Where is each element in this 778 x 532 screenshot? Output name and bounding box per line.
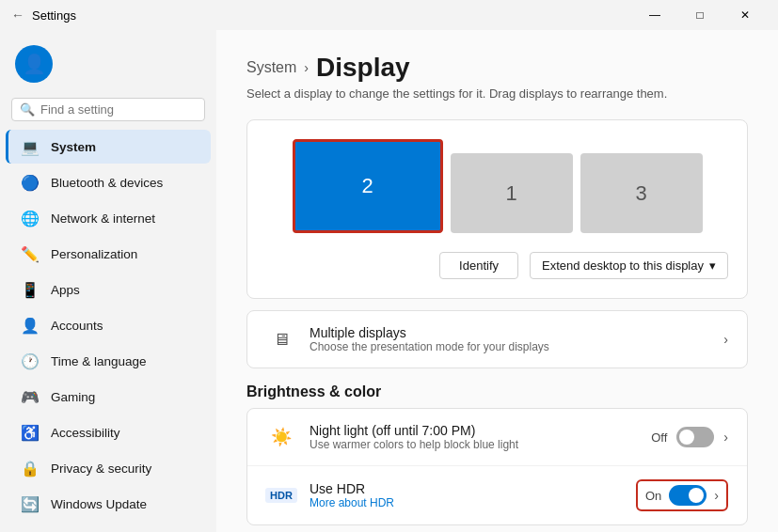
extend-dropdown-button[interactable]: Extend desktop to this display ▾ — [530, 252, 728, 279]
night-light-subtitle: Use warmer colors to help block blue lig… — [310, 438, 518, 451]
search-input[interactable] — [40, 102, 197, 117]
extend-dropdown-label: Extend desktop to this display — [542, 258, 704, 273]
sidebar-label-bluetooth: Bluetooth & devices — [51, 176, 163, 190]
sidebar-item-apps[interactable]: 📱 Apps — [6, 273, 211, 306]
hdr-toggle-container: On › — [636, 479, 728, 511]
personalization-icon: ✏️ — [21, 244, 40, 263]
breadcrumb: System › Display — [246, 53, 748, 83]
minimize-button[interactable]: — — [633, 0, 676, 30]
sidebar-item-gaming[interactable]: 🎮 Gaming — [6, 380, 211, 414]
multiple-displays-row[interactable]: 🖥 Multiple displays Choose the presentat… — [247, 311, 747, 368]
night-light-toggle[interactable] — [676, 427, 714, 447]
close-button[interactable]: ✕ — [723, 0, 767, 30]
monitor-2[interactable]: 2 — [293, 139, 443, 233]
sidebar: 👤 🔍 💻 System 🔵 Bluetooth & devices 🌐 Net… — [0, 30, 216, 532]
multiple-displays-icon: 🖥 — [266, 324, 296, 354]
accessibility-icon: ♿ — [21, 423, 40, 442]
titlebar: ← Settings — □ ✕ — [0, 0, 778, 30]
display-preview-card: 2 1 3 Identify Extend desktop to this di… — [246, 119, 748, 299]
monitor-3-label: 3 — [635, 181, 646, 206]
hdr-subtitle-link[interactable]: More about HDR — [310, 496, 394, 509]
hdr-row: HDR Use HDR More about HDR On › — [247, 466, 747, 524]
search-icon: 🔍 — [20, 102, 35, 117]
user-section: 👤 — [0, 38, 216, 98]
sidebar-label-personalization: Personalization — [51, 247, 137, 261]
multiple-displays-chevron: › — [723, 332, 728, 347]
sidebar-label-update: Windows Update — [51, 497, 147, 511]
night-light-chevron: › — [723, 430, 728, 445]
network-icon: 🌐 — [21, 209, 40, 227]
hdr-badge: HDR — [265, 488, 297, 503]
sidebar-item-time[interactable]: 🕐 Time & language — [6, 344, 211, 378]
avatar: 👤 — [15, 45, 53, 83]
apps-icon: 📱 — [21, 280, 40, 299]
sidebar-item-system[interactable]: 💻 System — [6, 130, 211, 164]
sidebar-label-network: Network & internet — [51, 211, 155, 226]
sidebar-item-privacy[interactable]: 🔒 Privacy & security — [6, 451, 211, 485]
maximize-button[interactable]: □ — [678, 0, 722, 30]
sidebar-label-privacy: Privacy & security — [51, 462, 151, 476]
app-title: Settings — [32, 8, 76, 23]
sidebar-label-time: Time & language — [51, 354, 147, 368]
breadcrumb-parent: System — [246, 59, 296, 76]
hdr-chevron: › — [714, 488, 719, 503]
search-box[interactable]: 🔍 — [11, 98, 205, 121]
bluetooth-icon: 🔵 — [21, 173, 40, 192]
sidebar-label-apps: Apps — [51, 283, 80, 297]
update-icon: 🔄 — [21, 494, 40, 513]
hdr-badge-icon: HDR — [266, 480, 296, 510]
system-icon: 💻 — [21, 137, 40, 156]
brightness-color-header: Brightness & color — [246, 383, 748, 400]
sidebar-label-accounts: Accounts — [51, 319, 103, 333]
multiple-displays-card: 🖥 Multiple displays Choose the presentat… — [246, 310, 748, 368]
multiple-displays-title: Multiple displays — [310, 325, 549, 340]
sidebar-item-accounts[interactable]: 👤 Accounts — [6, 308, 211, 342]
extend-dropdown-chevron: ▾ — [709, 258, 716, 273]
monitor-3[interactable]: 3 — [580, 153, 703, 233]
breadcrumb-arrow: › — [304, 60, 309, 75]
sidebar-item-accessibility[interactable]: ♿ Accessibility — [6, 415, 211, 449]
monitor-1-label: 1 — [505, 181, 516, 206]
sidebar-item-network[interactable]: 🌐 Network & internet — [6, 201, 211, 235]
page-title: Display — [316, 53, 410, 83]
night-light-row: ☀️ Night light (off until 7:00 PM) Use w… — [247, 409, 747, 466]
night-light-icon: ☀️ — [266, 422, 296, 452]
gaming-icon: 🎮 — [21, 387, 40, 406]
sidebar-label-system: System — [51, 140, 96, 154]
main-content: System › Display Select a display to cha… — [216, 30, 778, 532]
brightness-color-card: ☀️ Night light (off until 7:00 PM) Use w… — [246, 408, 748, 525]
sidebar-label-gaming: Gaming — [51, 390, 95, 404]
sidebar-item-update[interactable]: 🔄 Windows Update — [6, 487, 211, 521]
accounts-icon: 👤 — [21, 316, 40, 335]
display-actions: Identify Extend desktop to this display … — [266, 252, 728, 279]
monitors-row: 2 1 3 — [266, 139, 728, 233]
hdr-title: Use HDR — [310, 481, 394, 496]
hdr-toggle-label: On — [645, 489, 661, 503]
sidebar-item-personalization[interactable]: ✏️ Personalization — [6, 237, 211, 271]
hdr-toggle[interactable] — [669, 485, 707, 506]
sidebar-label-accessibility: Accessibility — [51, 426, 120, 440]
monitor-2-label: 2 — [361, 174, 373, 198]
time-icon: 🕐 — [21, 352, 40, 370]
night-light-toggle-label: Off — [651, 430, 667, 445]
page-subtitle: Select a display to change the settings … — [246, 86, 748, 101]
night-light-title: Night light (off until 7:00 PM) — [310, 423, 518, 438]
multiple-displays-subtitle: Choose the presentation mode for your di… — [310, 340, 549, 353]
privacy-icon: 🔒 — [21, 459, 40, 477]
identify-button[interactable]: Identify — [439, 252, 518, 279]
back-button[interactable]: ← — [11, 8, 24, 23]
monitor-1[interactable]: 1 — [451, 153, 573, 233]
sidebar-item-bluetooth[interactable]: 🔵 Bluetooth & devices — [6, 165, 211, 199]
